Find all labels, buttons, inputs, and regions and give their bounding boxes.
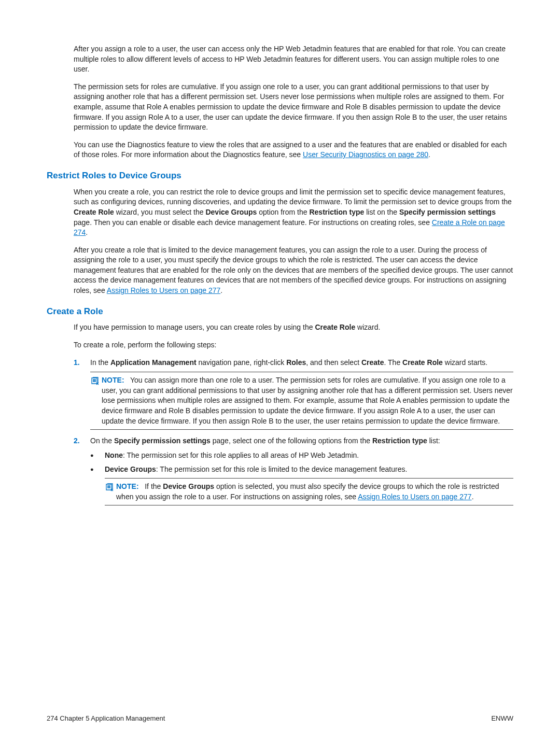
step-text: On the Specify permission settings page,…: [90, 436, 513, 510]
paragraph: After you assign a role to a user, the u…: [74, 44, 513, 75]
paragraph: You can use the Diagnostics feature to v…: [74, 140, 513, 160]
paragraph: To create a role, perform the following …: [74, 340, 513, 350]
footer-left: 274 Chapter 5 Application Management: [47, 714, 165, 723]
note-box: NOTE: You can assign more than one role …: [90, 372, 513, 430]
note-label: NOTE:: [102, 376, 124, 384]
heading-restrict-roles: Restrict Roles to Device Groups: [47, 170, 513, 182]
step-number: 1.: [74, 358, 90, 368]
note-label: NOTE:: [116, 482, 139, 490]
note-icon: [105, 482, 114, 491]
bullet-text: Device Groups: The permission set for th…: [105, 465, 513, 505]
paragraph: After you create a role that is limited …: [74, 245, 513, 296]
bullet-text: None: The permission set for this role a…: [105, 451, 513, 461]
heading-create-a-role: Create a Role: [47, 305, 513, 318]
link-assign-roles-to-users[interactable]: Assign Roles to Users on page 277: [358, 493, 471, 501]
step-text: In the Application Management navigation…: [90, 358, 513, 368]
paragraph: The permission sets for roles are cumula…: [74, 82, 513, 133]
paragraph: When you create a role, you can restrict…: [74, 187, 513, 238]
link-user-security-diagnostics[interactable]: User Security Diagnostics on page 280: [303, 150, 428, 159]
note-box: NOTE: If the Device Groups option is sel…: [105, 478, 513, 505]
link-assign-roles-to-users[interactable]: Assign Roles to Users on page 277: [107, 286, 220, 294]
bullet-marker: ●: [90, 465, 105, 505]
paragraph: If you have permission to manage users, …: [74, 322, 513, 333]
note-icon: [90, 376, 100, 385]
footer-right: ENWW: [491, 714, 513, 723]
step-number: 2.: [74, 436, 90, 510]
bullet-marker: ●: [90, 451, 105, 461]
